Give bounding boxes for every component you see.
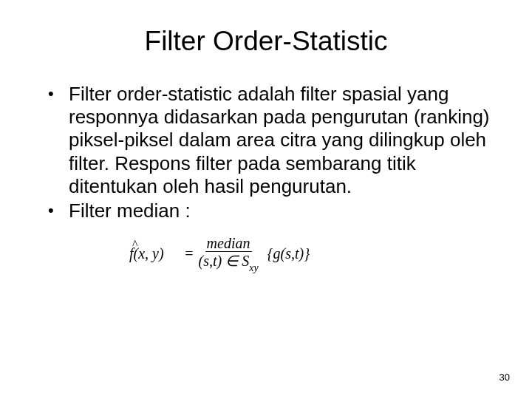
bullet-text: Filter median : (69, 200, 491, 222)
condition-sub: xy (249, 262, 258, 273)
bullet-marker: • (48, 83, 69, 198)
formula: ^ f(x, y) = median (s,t) ∈ Sxy {g(s,t)} (129, 236, 491, 272)
page-number: 30 (499, 372, 510, 383)
bullet-marker: • (48, 200, 69, 222)
median-label: median (205, 236, 252, 252)
slide-content: • Filter order-statistic adalah filter s… (41, 83, 491, 273)
bullet-text: Filter order-statistic adalah filter spa… (69, 83, 491, 198)
formula-hat: ^ (132, 238, 138, 251)
formula-lhs: ^ f(x, y) (129, 245, 180, 262)
formula-row: ^ f(x, y) = median (s,t) ∈ Sxy {g(s,t)} (129, 236, 491, 272)
bullet-item: • Filter order-statistic adalah filter s… (48, 83, 491, 198)
formula-rhs: {g(s,t)} (267, 245, 310, 262)
bullet-item: • Filter median : (48, 200, 491, 222)
formula-equals: = (184, 245, 194, 262)
condition-text: (s,t) ∈ S (199, 253, 250, 269)
slide-title: Filter Order-Statistic (41, 26, 491, 57)
slide-container: Filter Order-Statistic • Filter order-st… (0, 0, 532, 399)
formula-median: median (s,t) ∈ Sxy (199, 236, 259, 272)
median-condition: (s,t) ∈ Sxy (199, 252, 259, 272)
